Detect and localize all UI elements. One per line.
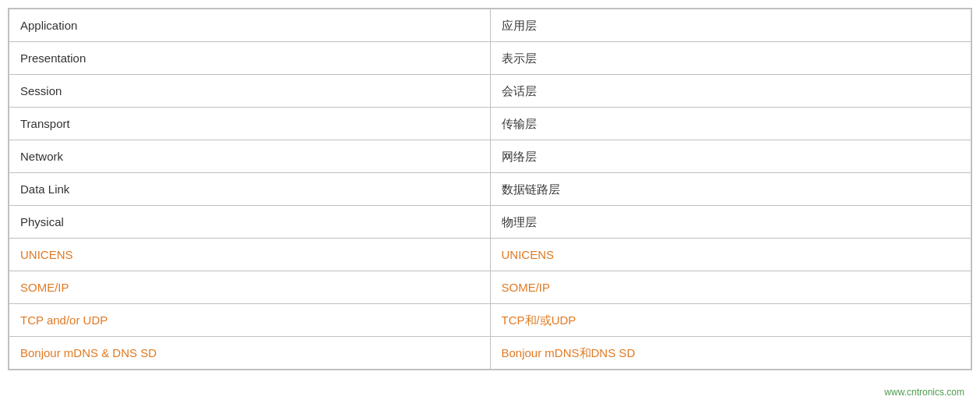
cell-en-8: SOME/IP [9,271,491,304]
cell-en-6: Physical [9,206,491,239]
cell-zh-2: 会话层 [490,75,971,108]
cell-zh-10: Bonjour mDNS和DNS SD [490,337,971,370]
cell-zh-0: 应用层 [490,9,971,42]
cell-en-0: Application [9,9,491,42]
cell-zh-3: 传输层 [490,108,971,140]
cell-en-5: Data Link [9,173,491,206]
table-row: Presentation表示层 [9,42,971,75]
cell-en-1: Presentation [9,42,491,75]
cell-en-2: Session [9,75,491,108]
watermark: www.cntronics.com [884,387,964,398]
cell-zh-5: 数据链路层 [490,173,971,206]
table-row: Physical物理层 [9,206,971,239]
table-row: UNICENSUNICENS [9,239,971,271]
table-row: Application应用层 [9,9,971,42]
cell-en-9: TCP and/or UDP [9,304,491,337]
cell-en-4: Network [9,140,491,173]
table-row: Bonjour mDNS & DNS SDBonjour mDNS和DNS SD [9,337,971,370]
cell-en-7: UNICENS [9,239,491,271]
cell-zh-6: 物理层 [490,206,971,239]
table-row: Transport传输层 [9,108,971,140]
osi-table: Application应用层Presentation表示层Session会话层T… [8,8,972,370]
cell-zh-1: 表示层 [490,42,971,75]
cell-zh-4: 网络层 [490,140,971,173]
table-row: Network网络层 [9,140,971,173]
cell-en-3: Transport [9,108,491,140]
cell-zh-8: SOME/IP [490,271,971,304]
cell-zh-7: UNICENS [490,239,971,271]
cell-en-10: Bonjour mDNS & DNS SD [9,337,491,370]
table-row: Session会话层 [9,75,971,108]
table-row: TCP and/or UDPTCP和/或UDP [9,304,971,337]
cell-zh-9: TCP和/或UDP [490,304,971,337]
table-row: Data Link数据链路层 [9,173,971,206]
table-row: SOME/IPSOME/IP [9,271,971,304]
